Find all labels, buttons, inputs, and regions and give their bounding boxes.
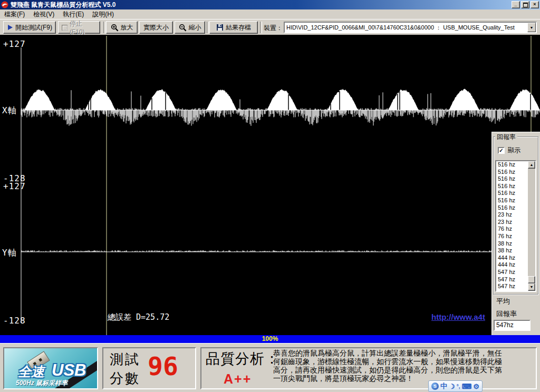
x-axis-max-label: +127 <box>3 39 26 49</box>
actual-size-label: 實際大小 <box>143 23 169 32</box>
y-axis-min-label: -128 <box>3 316 26 326</box>
zoom-in-button[interactable]: 放大 <box>106 21 138 34</box>
toolbar: 開始測試(F9) 停止(F10) 放大 實際大小 縮小 結果存檔 裝置： HID… <box>0 19 540 35</box>
rate-list-item[interactable]: 23 hz <box>496 211 528 219</box>
menu-file[interactable]: 檔案(F) <box>0 9 29 19</box>
menu-run[interactable]: 執行(E) <box>59 9 88 19</box>
title-bar[interactable]: 雙飛燕 鼠青天鼠標品質分析程式 V5.0 _ × <box>0 0 540 9</box>
menu-bar: 檔案(F) 檢視(V) 執行(E) 說明(H) <box>0 9 540 19</box>
report-rate-title: 回報率 <box>495 133 517 142</box>
rate-list-item[interactable]: 516 hz <box>496 197 528 204</box>
progress-value: 100% <box>262 335 278 342</box>
average-label-line2: 回報率 <box>496 309 517 319</box>
arrow-down-icon: ▼ <box>530 285 534 289</box>
average-rate-field[interactable]: 547hz <box>494 320 531 331</box>
gear-icon[interactable]: ⚙ <box>473 383 479 390</box>
show-checkbox-label: 顯示 <box>508 146 520 155</box>
usb-badge-subtitle: 500Hz 鼠标采样率 <box>16 379 68 388</box>
toolbar-separator <box>207 22 209 33</box>
rate-list-item[interactable]: 516 hz <box>496 161 528 169</box>
rate-list-item[interactable]: 23 hz <box>496 219 528 226</box>
show-checkbox[interactable]: ✓ <box>498 147 505 154</box>
bottom-panel: 全速 USB 500Hz 鼠标采样率 測試 分數 96 品質分析： A++ 恭喜… <box>0 343 540 392</box>
ime-language-bar[interactable]: S 中 ☽ °, ⌨ ⚙ <box>428 380 483 392</box>
rate-list-scrollbar[interactable]: ▲ ▼ <box>528 161 535 291</box>
stop-button[interactable]: 停止(F10) <box>58 21 100 34</box>
play-icon <box>7 24 13 31</box>
analysis-line: 何鋸齒現象，游標線性極流暢，如行雲流水一般，如果慢速移動得此極 <box>273 357 536 366</box>
report-rate-groupbox: 回報率 ✓ 顯示 516 hz516 hz516 hz516 hz516 hz5… <box>493 136 538 295</box>
usb-badge-image: 全速 USB 500Hz 鼠标采样率 <box>4 348 97 388</box>
rate-list-item[interactable]: 76 hz <box>496 226 528 233</box>
scrollbar-thumb[interactable] <box>528 276 535 283</box>
score-label-line2: 分數 <box>110 369 140 388</box>
ime-lang-icon[interactable]: 中 <box>440 381 447 391</box>
arrow-up-icon: ▲ <box>530 163 534 166</box>
rate-list-item[interactable]: 38 hz <box>496 240 528 248</box>
rate-list-item[interactable]: 547 hz <box>496 283 528 290</box>
analysis-text: 恭喜您的滑鼠爲極高分鼠，計算出總誤差量極極小，滑鼠極平滑，無任 何鋸齒現象，游標… <box>273 349 536 383</box>
rate-list-item[interactable]: 444 hz <box>496 254 528 262</box>
report-rate-panel: 回報率 ✓ 顯示 516 hz516 hz516 hz516 hz516 hz5… <box>491 132 540 335</box>
grade-value: A++ <box>224 371 252 387</box>
start-test-label: 開始測試(F9) <box>15 23 52 32</box>
punctuation-icon[interactable]: °, <box>457 384 460 389</box>
device-combobox[interactable]: HID\VID_12CF&PID_0066&MI_00\7&14760C31&0… <box>284 22 537 33</box>
rate-list-rows: 516 hz516 hz516 hz516 hz516 hz516 hz516 … <box>496 161 528 291</box>
device-value: HID\VID_12CF&PID_0066&MI_00\7&14760C31&0… <box>286 24 526 32</box>
save-icon <box>216 24 224 31</box>
y-axis-max-label: +127 <box>3 181 26 191</box>
close-button[interactable]: × <box>531 1 539 8</box>
sogou-ime-icon[interactable]: S <box>431 383 439 390</box>
usb-badge-cn-text: 全速 <box>18 363 44 380</box>
app-window: 雙飛燕 鼠青天鼠標品質分析程式 V5.0 _ × 檔案(F) 檢視(V) 執行(… <box>0 0 540 392</box>
actual-size-button[interactable]: 實際大小 <box>139 21 173 34</box>
analysis-line: 恭喜您的滑鼠爲極高分鼠，計算出總誤差量極極小，滑鼠極平滑，無任 <box>273 349 536 357</box>
keyboard-icon[interactable]: ⌨ <box>461 383 471 390</box>
minimize-button[interactable]: _ <box>512 1 520 8</box>
scroll-down-button[interactable]: ▼ <box>528 283 535 291</box>
rate-list-item[interactable]: 516 hz <box>496 183 528 190</box>
toolbar-separator <box>103 22 105 33</box>
menu-view[interactable]: 檢視(V) <box>29 9 59 19</box>
rate-list-item[interactable]: 444 hz <box>496 261 528 269</box>
start-test-button[interactable]: 開始測試(F9) <box>3 21 56 34</box>
scroll-up-button[interactable]: ▲ <box>528 161 535 169</box>
device-label: 裝置： <box>264 24 283 33</box>
maximize-icon <box>523 3 528 7</box>
score-label-line1: 測試 <box>110 350 140 369</box>
usb-badge: 全速 USB 500Hz 鼠标采样率 <box>3 347 98 389</box>
score-value: 96 <box>148 351 178 381</box>
rate-list-item[interactable]: 76 hz <box>496 233 528 240</box>
maximize-button[interactable] <box>521 1 529 8</box>
toolbar-separator <box>260 22 262 33</box>
window-title: 雙飛燕 鼠青天鼠標品質分析程式 V5.0 <box>11 1 115 9</box>
rate-list-item[interactable]: 547 hz <box>496 276 528 283</box>
app-icon <box>1 1 8 8</box>
usb-pin <box>38 358 42 362</box>
y-axis-label: Y軸 <box>2 248 17 259</box>
rate-list-item[interactable]: 516 hz <box>496 169 528 176</box>
quality-analysis-box: 品質分析： A++ 恭喜您的滑鼠爲極高分鼠，計算出總誤差量極極小，滑鼠極平滑，無… <box>200 347 537 389</box>
stop-label: 停止(F10) <box>70 19 97 36</box>
scope-plot-area: +127 X軸 -128 +127 Y軸 -128 總誤差 D=25.72 ht… <box>0 35 540 335</box>
save-results-button[interactable]: 結果存檔 <box>209 21 258 34</box>
zoom-out-label: 縮小 <box>189 23 201 32</box>
moon-icon[interactable]: ☽ <box>449 383 455 390</box>
stop-icon <box>61 24 68 31</box>
analysis-line: 高分，請再改用極快速測試，如仍是得此極高分，則您的滑鼠是天下第 <box>273 366 536 374</box>
website-link[interactable]: http://www.a4t <box>431 312 491 321</box>
rate-list-item[interactable]: 38 hz <box>496 247 528 254</box>
chevron-down-icon: ▼ <box>530 26 534 30</box>
combobox-dropdown-button[interactable]: ▼ <box>527 23 536 32</box>
average-label-line1: 平均 <box>496 297 510 306</box>
rate-list-item[interactable]: 516 hz <box>496 175 528 183</box>
total-error-text: 總誤差 D=25.72 <box>108 312 169 322</box>
rate-list-item[interactable]: 547 hz <box>496 269 528 276</box>
zoom-out-icon <box>179 24 187 32</box>
rate-list-item[interactable]: 516 hz <box>496 190 528 197</box>
menu-help[interactable]: 說明(H) <box>88 9 118 19</box>
rate-list-item[interactable]: 516 hz <box>496 204 528 212</box>
zoom-out-button[interactable]: 縮小 <box>175 21 205 34</box>
analysis-line: 一頂尖戰鬥鼠，將是頂極玩家必尋之神器！ <box>273 374 536 383</box>
